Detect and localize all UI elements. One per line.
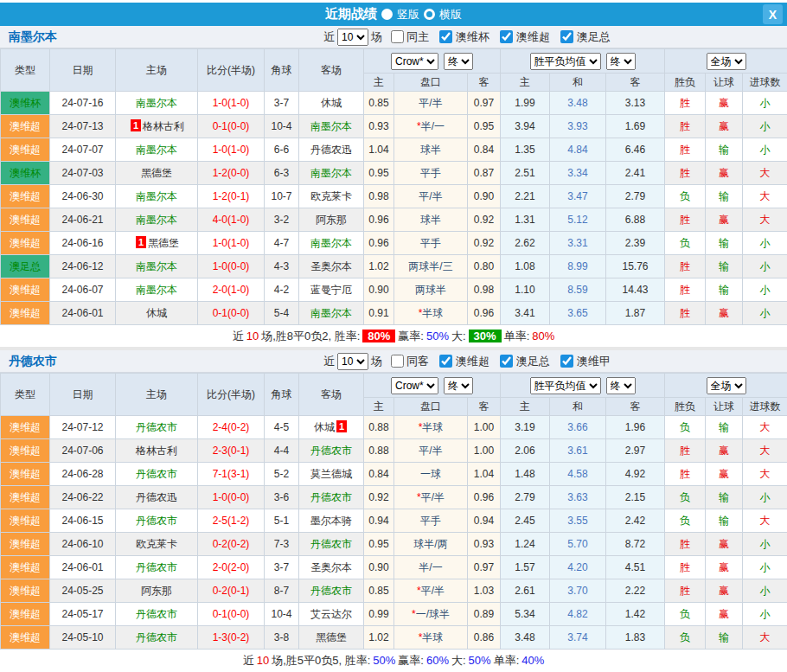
corner-count: 7-3 — [265, 533, 299, 556]
scope-select[interactable]: 全场 — [707, 377, 746, 394]
home-team: 南墨尔本 — [116, 208, 198, 232]
away-team: 黑德堡 — [299, 626, 364, 650]
league-badge: 澳维超 — [1, 185, 50, 208]
match-score: 2-0(2-0) — [198, 556, 265, 579]
away-team: 休城 — [299, 92, 364, 115]
away-team-name: 圣奥尔本 — [310, 561, 352, 573]
away-team: 丹德农市 — [299, 579, 364, 603]
away-team-name: 南墨尔本 — [310, 120, 352, 132]
sections-container: 南墨尔本近10场同主澳维杯澳维超澳足总类型日期主场比分(半场)角球客场Crow*… — [0, 26, 787, 671]
europe-odds-select[interactable]: 胜平负均值 — [530, 377, 601, 394]
handicap-result: 输 — [706, 185, 743, 208]
home-team: 1格林古利 — [116, 115, 198, 138]
match-date: 24-06-10 — [50, 533, 116, 556]
asian-home-odds: 0.93 — [364, 115, 394, 138]
home-team-name: 黑德堡 — [148, 237, 179, 249]
match-result: 胜 — [665, 579, 706, 603]
same-venue-checkbox[interactable] — [391, 355, 404, 368]
euro-home-odds: 1.48 — [501, 463, 550, 486]
match-result: 胜 — [665, 162, 706, 185]
goals-result: 小 — [743, 486, 787, 509]
handicap-result: 赢 — [706, 162, 743, 185]
summary-part: 单率: — [494, 653, 520, 669]
summary-part: 赢率: — [398, 329, 424, 344]
league-checkbox[interactable] — [560, 355, 573, 368]
home-team-name: 丹德农迅 — [136, 491, 177, 503]
goals-result: 小 — [743, 579, 787, 603]
handicap-text: 球半 — [420, 144, 441, 156]
match-row: 澳足总24-06-12南墨尔本1-0(0-0)4-3圣奥尔本1.02两球半/三0… — [1, 255, 787, 278]
league-badge: 澳维超 — [1, 533, 50, 556]
vertical-layout-radio[interactable] — [381, 9, 393, 20]
odds-company-select[interactable]: Crow* — [391, 377, 438, 394]
asian-handicap: 球半/两 — [394, 533, 468, 556]
match-count-select[interactable]: 10 — [337, 29, 368, 46]
match-row: 澳维超24-06-01丹德农市2-0(2-0)3-7圣奥尔本0.90半/一0.9… — [1, 556, 787, 579]
handicap-text: 半球 — [422, 631, 443, 643]
asian-handicap: 平手 — [394, 162, 468, 185]
odds-stage-select[interactable]: 终 — [444, 53, 473, 70]
league-checkbox[interactable] — [439, 30, 452, 43]
league-checkbox[interactable] — [500, 30, 513, 43]
europe-stage-select[interactable]: 终 — [606, 53, 636, 70]
asian-away-odds: 0.90 — [468, 185, 501, 208]
league-checkbox[interactable] — [500, 355, 513, 368]
asian-handicap: 球半 — [394, 208, 468, 232]
euro-draw-odds: 3.66 — [550, 416, 606, 439]
close-button[interactable]: X — [763, 4, 783, 24]
away-team-name: 黑德堡 — [316, 631, 347, 643]
league-badge: 澳维超 — [1, 463, 50, 486]
away-team: 南墨尔本 — [299, 302, 364, 325]
odds-company-select[interactable]: Crow* — [391, 53, 438, 70]
asian-handicap: 平/半 — [394, 92, 468, 115]
asian-home-odds: 0.91 — [364, 302, 394, 325]
euro-home-odds: 1.10 — [501, 278, 550, 302]
table-head: 类型日期主场比分(半场)角球客场Crow*终胜平负均值终全场主盘口客主和客胜负让… — [1, 49, 787, 92]
summary-part: 10 — [246, 330, 259, 342]
match-row: 澳维超24-06-30南墨尔本1-2(0-1)10-7欧克莱卡0.98平/半0.… — [1, 185, 787, 208]
match-date: 24-07-13 — [50, 115, 116, 138]
europe-stage-select[interactable]: 终 — [606, 377, 636, 394]
match-row: 澳维超24-07-07南墨尔本1-0(1-0)6-6丹德农迅1.04球半0.84… — [1, 138, 787, 162]
euro-home-odds: 2.79 — [501, 486, 550, 509]
home-team-name: 南墨尔本 — [136, 190, 177, 202]
league-checkbox[interactable] — [439, 355, 452, 368]
col-header: 主场 — [116, 374, 198, 416]
league-checkbox[interactable] — [560, 30, 573, 43]
match-date: 24-05-25 — [50, 579, 116, 603]
match-score: 7-1(3-1) — [198, 463, 265, 486]
asian-home-odds: 0.92 — [364, 486, 394, 509]
match-row: 澳维超24-06-28丹德农市7-1(3-1)5-2莫兰德城0.84一球1.04… — [1, 463, 787, 486]
corner-count: 5-2 — [265, 463, 299, 486]
europe-odds-select[interactable]: 胜平负均值 — [530, 53, 601, 70]
scope-select[interactable]: 全场 — [707, 53, 746, 70]
home-team: 丹德农迅 — [116, 486, 198, 509]
euro-home-odds: 3.19 — [501, 416, 550, 439]
match-count-select[interactable]: 10 — [337, 353, 368, 370]
goals-result: 小 — [743, 533, 787, 556]
home-team-name: 南墨尔本 — [136, 144, 177, 156]
same-venue-checkbox[interactable] — [391, 30, 404, 43]
horizontal-layout-radio[interactable] — [424, 9, 435, 20]
euro-home-odds: 1.31 — [501, 208, 550, 232]
handicap-text: 平/半 — [419, 97, 442, 109]
col-header: 角球 — [265, 49, 299, 92]
euro-away-odds: 2.39 — [606, 232, 665, 255]
home-team: 丹德农市 — [116, 463, 198, 486]
titlebar: 近期战绩 竖版 横版 X — [0, 3, 787, 26]
goals-result: 大 — [743, 208, 787, 232]
home-team: 南墨尔本 — [116, 255, 198, 278]
euro-home-odds: 2.06 — [501, 439, 550, 463]
home-team-name: 南墨尔本 — [136, 214, 177, 226]
corner-count: 10-7 — [265, 185, 299, 208]
match-score: 1-0(0-0) — [198, 255, 265, 278]
away-team: 南墨尔本 — [299, 232, 364, 255]
handicap-result: 赢 — [706, 439, 743, 463]
asian-home-odds: 0.88 — [364, 439, 394, 463]
euro-draw-odds: 8.59 — [550, 278, 606, 302]
away-team-name: 休城 — [321, 97, 342, 109]
handicap-text: 半球 — [422, 307, 443, 319]
match-result: 负 — [665, 603, 706, 626]
match-result: 负 — [665, 486, 706, 509]
odds-stage-select[interactable]: 终 — [444, 377, 473, 394]
